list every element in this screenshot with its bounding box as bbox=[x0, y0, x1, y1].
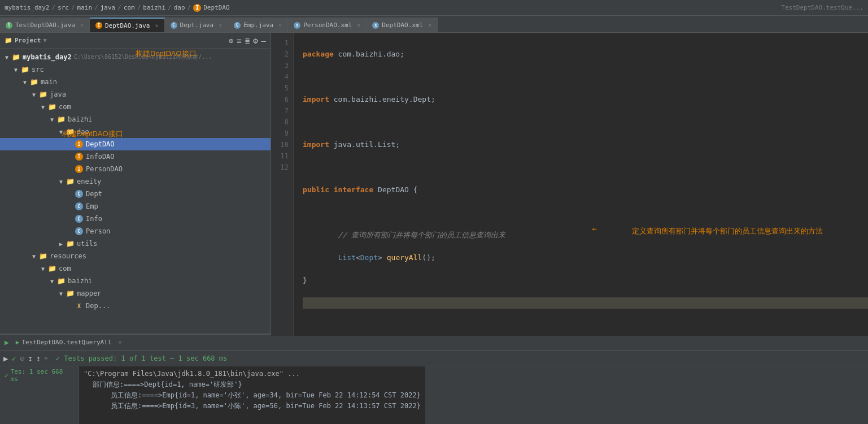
tree-item-mybatis-day2[interactable]: ▼ 📁 mybatis_day2 C:\Users\86152\Desktop\… bbox=[0, 51, 271, 63]
tab-icon-TestDeptDAO: T bbox=[6, 22, 12, 29]
tree-item-PersonDAO[interactable]: I PersonDAO bbox=[0, 163, 271, 175]
code-line-8 bbox=[303, 207, 868, 218]
folder-icon: 📁 bbox=[38, 252, 47, 261]
breadcrumb-sep: / bbox=[168, 4, 172, 11]
tree-arrow: ▶ bbox=[56, 241, 66, 247]
tree-item-InfoDAO[interactable]: I InfoDAO bbox=[0, 150, 271, 163]
run-status-text: Tests passed: 1 of 1 test – 1 sec 668 ms bbox=[64, 354, 227, 362]
run-test-item[interactable]: ✓ Tes: 1 sec 668 ms bbox=[0, 366, 78, 384]
breadcrumb-item: java bbox=[101, 4, 116, 11]
tree-item-com2[interactable]: ▼ 📁 com bbox=[0, 262, 271, 275]
breadcrumb-item: dao bbox=[174, 4, 185, 11]
run-indicator: TestDeptDAO.testQue... bbox=[781, 4, 863, 11]
code-line-12 bbox=[303, 297, 868, 309]
top-bar: mybatis_day2 / src / main / java / com /… bbox=[0, 0, 868, 16]
breadcrumb-item: baizhi bbox=[143, 4, 165, 11]
sort-desc-button[interactable]: ↥ bbox=[36, 354, 41, 363]
tree-label: Dept bbox=[86, 190, 102, 198]
tree-item-Info[interactable]: C Info bbox=[0, 213, 271, 225]
toolbar-more[interactable]: » bbox=[44, 354, 48, 362]
tree-arrow: ▼ bbox=[38, 104, 47, 110]
tree-arrow: ▼ bbox=[47, 278, 56, 284]
tree-item-DeptDAO[interactable]: I DeptDAO bbox=[0, 138, 271, 150]
tree-label: baizhi bbox=[68, 277, 92, 285]
run-play-icon: ▶ bbox=[5, 338, 9, 347]
tree-item-Person[interactable]: C Person bbox=[0, 225, 271, 237]
tab-Dept[interactable]: C Dept.java × bbox=[165, 18, 229, 32]
tree-label: Info bbox=[86, 215, 102, 223]
tree-item-dao[interactable]: ▼ 📁 dao bbox=[0, 126, 271, 138]
tab-TestDeptDAO[interactable]: T TestDeptDAO.java × bbox=[0, 18, 90, 32]
tree-item-eneity[interactable]: ▼ 📁 eneity bbox=[0, 175, 271, 188]
run-left-panel: ✓ Tes: 1 sec 668 ms bbox=[0, 366, 79, 424]
tab-Emp[interactable]: C Emp.java × bbox=[228, 18, 288, 32]
breadcrumb-sep: / bbox=[137, 4, 141, 11]
tree-label: DeptDAO bbox=[86, 140, 115, 148]
tree-item-main[interactable]: ▼ 📁 main bbox=[0, 76, 271, 88]
run-tab-label: TestDeptDAO.testQueryAll bbox=[21, 339, 111, 346]
tab-icon-DeptDAO-xml: X bbox=[372, 22, 379, 29]
code-editor[interactable]: 1234 5678 9101112 package com.baizhi.dao… bbox=[271, 33, 868, 336]
code-line-11: } bbox=[303, 275, 868, 286]
tab-DeptDAO-xml[interactable]: X DeptDAO.xml × bbox=[367, 18, 438, 32]
breadcrumb-item: mybatis_day2 bbox=[5, 4, 49, 11]
tab-close-Emp[interactable]: × bbox=[278, 22, 282, 28]
tab-close-DeptDAO-xml[interactable]: × bbox=[428, 22, 431, 28]
folder-icon: 📁 bbox=[66, 239, 75, 248]
tree-arrow: ▼ bbox=[2, 54, 11, 60]
folder-icon: 📁 bbox=[47, 102, 56, 111]
tab-PersonDAO-xml[interactable]: X PersonDAO.xml × bbox=[288, 18, 367, 32]
tree-item-utils[interactable]: ▶ 📁 utils bbox=[0, 237, 271, 250]
tree-item-mapper[interactable]: ▼ 📁 mapper bbox=[0, 287, 271, 300]
tree-label: main bbox=[41, 78, 57, 86]
tree-label: Emp bbox=[86, 202, 98, 210]
tab-close-Dept[interactable]: × bbox=[219, 22, 222, 28]
tab-DeptDAO[interactable]: I DeptDAO.java × bbox=[90, 18, 165, 32]
run-status: ✓ Tests passed: 1 of 1 test – 1 sec 668 … bbox=[56, 354, 227, 362]
java-class-icon: C bbox=[75, 227, 84, 236]
stop-button[interactable]: ⊘ bbox=[20, 354, 24, 363]
run-bottom-layout: ✓ Tes: 1 sec 668 ms "C:\Program Files\Ja… bbox=[0, 366, 868, 424]
tree-arrow: ▼ bbox=[29, 92, 38, 98]
fold-icon[interactable]: ≡ bbox=[237, 36, 241, 45]
options-icon[interactable]: ≣ bbox=[245, 36, 250, 45]
tree-item-Emp[interactable]: C Emp bbox=[0, 200, 271, 213]
check-button[interactable]: ✓ bbox=[11, 354, 16, 363]
rerun-button[interactable]: ▶ bbox=[3, 354, 8, 363]
tab-close-PersonDAO-xml[interactable]: × bbox=[357, 22, 360, 28]
tree-container: ▼ 📁 mybatis_day2 C:\Users\86152\Desktop\… bbox=[0, 49, 271, 314]
breadcrumb-sep: / bbox=[187, 4, 191, 11]
project-dropdown-icon[interactable]: ▼ bbox=[43, 37, 47, 44]
main-layout: 📁 Project ▼ ⊕ ≡ ≣ ⚙ — 构建DeptDAO接口 ▼ 📁 my bbox=[0, 33, 868, 334]
tree-label: java bbox=[50, 90, 66, 98]
tab-close-DeptDAO[interactable]: × bbox=[155, 23, 158, 29]
minimize-icon[interactable]: — bbox=[261, 36, 266, 45]
tree-label: Dep... bbox=[86, 302, 110, 310]
sort-asc-button[interactable]: ↧ bbox=[28, 354, 32, 363]
tree-label: InfoDAO bbox=[86, 153, 115, 161]
breadcrumb-icon: I bbox=[193, 4, 201, 12]
tree-item-Dept[interactable]: C Dept bbox=[0, 188, 271, 200]
tree-item-baizhi[interactable]: ▼ 📁 baizhi bbox=[0, 113, 271, 126]
code-line-9: // 查询所有部门并将每个部门的员工信息查询出来 bbox=[303, 230, 868, 241]
breadcrumb-item: com bbox=[124, 4, 135, 11]
run-tab-TestDeptDAO[interactable]: ▶ TestDeptDAO.testQueryAll bbox=[11, 338, 116, 347]
tree-item-java[interactable]: ▼ 📁 java bbox=[0, 88, 271, 101]
tree-item-resources[interactable]: ▼ 📁 resources bbox=[0, 250, 271, 262]
run-output-dept: 部门信息:====>Dept{id=1, name='研发部'} bbox=[84, 379, 421, 390]
run-tab-bar: ▶ ▶ TestDeptDAO.testQueryAll × bbox=[0, 335, 868, 351]
tree-item-DeptDAO-item[interactable]: X Dep... bbox=[0, 300, 271, 312]
tree-label: resources bbox=[50, 252, 86, 260]
run-panel: ▶ ▶ TestDeptDAO.testQueryAll × ▶ ✓ ⊘ ↧ ↥… bbox=[0, 334, 868, 424]
tree-label: PersonDAO bbox=[86, 165, 123, 173]
tab-close-TestDeptDAO[interactable]: × bbox=[80, 22, 84, 28]
tab-icon-Dept: C bbox=[171, 22, 177, 29]
tree-arrow: ▼ bbox=[38, 266, 47, 272]
tree-item-com[interactable]: ▼ 📁 com bbox=[0, 101, 271, 113]
sync-icon[interactable]: ⊕ bbox=[229, 36, 233, 45]
run-tab-close[interactable]: × bbox=[118, 339, 121, 345]
tree-item-baizhi2[interactable]: ▼ 📁 baizhi bbox=[0, 275, 271, 287]
tree-arrow: ▼ bbox=[20, 79, 29, 85]
tree-item-src[interactable]: ▼ 📁 src bbox=[0, 63, 271, 76]
settings-icon[interactable]: ⚙ bbox=[253, 36, 258, 45]
